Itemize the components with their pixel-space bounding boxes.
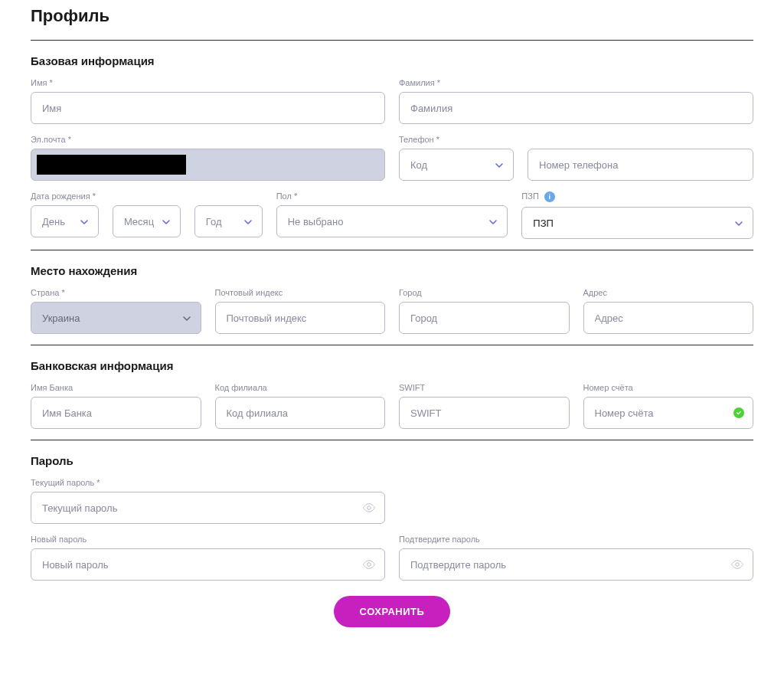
section-basic-title: Базовая информация <box>31 54 753 67</box>
current-password-input[interactable] <box>31 492 385 524</box>
confirm-password-input[interactable] <box>399 548 753 581</box>
redacted-overlay <box>37 155 186 175</box>
country-select: Украина <box>31 302 201 334</box>
last-name-label: Фамилия * <box>399 78 753 87</box>
chevron-down-icon <box>162 218 169 225</box>
pzp-label-text: ПЗП <box>521 191 538 201</box>
first-name-input[interactable] <box>31 92 385 124</box>
postal-label: Почтовый индекс <box>215 288 386 297</box>
pzp-select[interactable]: ПЗП <box>521 207 753 239</box>
confirm-password-field: Подтвердите пароль <box>399 535 753 581</box>
city-label: Город <box>399 288 570 297</box>
dob-field: Дата рождения * День Месяц Год <box>31 191 263 239</box>
phone-number-input[interactable] <box>528 149 753 181</box>
chevron-down-icon <box>80 218 87 225</box>
country-field: Страна * Украина <box>31 288 201 334</box>
info-icon[interactable]: i <box>544 191 555 202</box>
dob-year-value: Год <box>206 216 222 227</box>
address-label: Адрес <box>583 288 754 297</box>
phone-field: Телефон * Код <box>399 135 753 181</box>
new-password-field: Новый пароль <box>31 535 385 581</box>
chevron-down-icon <box>734 219 742 227</box>
bank-swift-field: SWIFT <box>399 383 570 429</box>
divider <box>31 250 753 250</box>
divider <box>31 345 753 345</box>
first-name-label: Имя * <box>31 78 385 87</box>
pzp-value: ПЗП <box>533 218 554 229</box>
dob-month-value: Месяц <box>124 216 154 227</box>
last-name-input[interactable] <box>399 92 753 124</box>
save-button[interactable]: СОХРАНИТЬ <box>334 596 451 627</box>
chevron-down-icon <box>495 161 502 168</box>
postal-field: Почтовый индекс <box>215 288 386 334</box>
bank-name-label: Имя Банка <box>31 383 201 392</box>
new-password-label: Новый пароль <box>31 535 385 544</box>
chevron-down-icon <box>182 314 190 322</box>
gender-label: Пол * <box>276 191 508 201</box>
dob-month-select[interactable]: Месяц <box>113 205 181 237</box>
gender-select[interactable]: Не выбрано <box>276 205 508 237</box>
new-password-input[interactable] <box>31 548 385 581</box>
city-field: Город <box>399 288 570 334</box>
dob-year-select[interactable]: Год <box>194 205 263 237</box>
gender-value: Не выбрано <box>288 216 344 227</box>
bank-name-field: Имя Банка <box>31 383 201 429</box>
dob-day-select[interactable]: День <box>31 205 99 237</box>
chevron-down-icon <box>243 218 251 225</box>
confirm-password-label: Подтвердите пароль <box>399 535 753 544</box>
bank-swift-input[interactable] <box>399 397 570 429</box>
email-field: Эл.почта * <box>31 135 385 181</box>
dob-label: Дата рождения * <box>31 191 263 201</box>
phone-code-select[interactable]: Код <box>399 149 514 181</box>
eye-icon[interactable] <box>730 558 744 571</box>
spacer <box>399 478 753 524</box>
country-label: Страна * <box>31 288 201 297</box>
pzp-field: ПЗП i ПЗП <box>521 191 753 239</box>
phone-code-value: Код <box>410 159 427 171</box>
svg-point-2 <box>736 563 740 567</box>
eye-icon[interactable] <box>362 501 376 515</box>
country-value: Украина <box>42 312 80 324</box>
bank-branch-field: Код филиала <box>215 383 386 429</box>
pzp-label: ПЗП i <box>521 191 753 202</box>
bank-name-input[interactable] <box>31 397 201 429</box>
address-input[interactable] <box>583 302 754 334</box>
bank-account-input[interactable] <box>583 397 754 429</box>
eye-icon[interactable] <box>362 558 376 571</box>
check-icon <box>733 407 744 418</box>
section-password-title: Пароль <box>31 454 753 467</box>
gender-field: Пол * Не выбрано <box>276 191 508 239</box>
current-password-field: Текущий пароль * <box>31 478 385 524</box>
section-bank-title: Банковская информация <box>31 359 753 372</box>
email-label: Эл.почта * <box>31 135 385 144</box>
first-name-field: Имя * <box>31 78 385 124</box>
postal-input[interactable] <box>215 302 386 334</box>
section-location-title: Место нахождения <box>31 264 753 277</box>
bank-account-field: Номер счёта <box>583 383 754 429</box>
dob-day-value: День <box>42 216 65 227</box>
svg-point-0 <box>368 506 371 510</box>
phone-label: Телефон * <box>399 135 753 144</box>
bank-branch-label: Код филиала <box>215 383 386 392</box>
chevron-down-icon <box>488 218 496 225</box>
page-title: Профиль <box>31 6 753 26</box>
svg-point-1 <box>368 563 371 567</box>
bank-branch-input[interactable] <box>215 397 386 429</box>
city-input[interactable] <box>399 302 570 334</box>
divider <box>31 440 753 440</box>
current-password-label: Текущий пароль * <box>31 478 385 487</box>
last-name-field: Фамилия * <box>399 78 753 124</box>
divider <box>31 40 753 41</box>
bank-swift-label: SWIFT <box>399 383 570 392</box>
address-field: Адрес <box>583 288 754 334</box>
bank-account-label: Номер счёта <box>583 383 754 392</box>
